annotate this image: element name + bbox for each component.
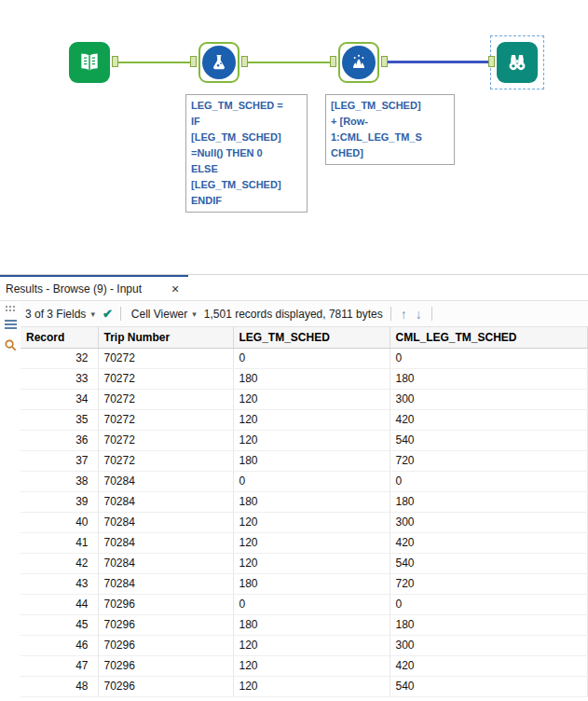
magnifier-icon[interactable] — [4, 338, 18, 352]
table-row[interactable]: 43 70284 180 720 — [21, 573, 588, 594]
cml-leg-tm-sched-cell[interactable]: 180 — [390, 491, 588, 512]
table-row[interactable]: 38 70284 0 0 — [21, 471, 588, 491]
record-cell[interactable]: 38 — [21, 471, 98, 491]
trip-number-cell[interactable]: 70272 — [98, 430, 233, 450]
cml-leg-tm-sched-cell[interactable]: 0 — [390, 594, 588, 614]
scroll-up-icon[interactable]: ↑ — [399, 307, 409, 322]
formula-annotation[interactable]: LEG_TM_SCHED = IF [LEG_TM_SCHED] =Null()… — [185, 94, 308, 213]
close-icon[interactable]: × — [171, 282, 179, 296]
record-cell[interactable]: 43 — [21, 573, 98, 594]
table-row[interactable]: 42 70284 120 540 — [21, 553, 588, 573]
apply-check-icon[interactable]: ✔ — [103, 307, 113, 321]
cml-leg-tm-sched-cell[interactable]: 420 — [390, 655, 588, 676]
table-view-icon[interactable] — [5, 320, 17, 330]
leg-tm-sched-cell[interactable]: 0 — [233, 348, 390, 368]
browse-tool[interactable] — [497, 42, 538, 83]
cell-viewer-dropdown[interactable]: Cell Viewer ▾ — [129, 306, 199, 323]
input-anchor[interactable] — [190, 56, 197, 67]
record-cell[interactable]: 37 — [21, 450, 98, 471]
record-cell[interactable]: 32 — [21, 348, 98, 368]
table-row[interactable]: 34 70272 120 300 — [21, 389, 588, 409]
cml-leg-tm-sched-cell[interactable]: 720 — [390, 450, 588, 471]
table-row[interactable]: 44 70296 0 0 — [21, 594, 588, 614]
record-cell[interactable]: 35 — [21, 409, 98, 430]
record-cell[interactable]: 44 — [21, 594, 98, 614]
cml-leg-tm-sched-cell[interactable]: 180 — [390, 614, 588, 635]
table-row[interactable]: 33 70272 180 180 — [21, 368, 588, 389]
leg-tm-sched-cell[interactable]: 180 — [233, 573, 390, 594]
multi-row-formula-tool[interactable] — [338, 42, 379, 83]
record-cell[interactable]: 48 — [21, 676, 98, 696]
table-row[interactable]: 36 70272 120 540 — [21, 430, 588, 450]
record-cell[interactable]: 36 — [21, 430, 98, 450]
record-cell[interactable]: 46 — [21, 635, 98, 655]
cml-leg-tm-sched-cell[interactable]: 420 — [390, 532, 588, 553]
trip-number-cell[interactable]: 70272 — [98, 450, 233, 471]
table-row[interactable]: 40 70284 120 300 — [21, 512, 588, 532]
cml-leg-tm-sched-cell[interactable]: 720 — [390, 573, 588, 594]
leg-tm-sched-cell[interactable]: 120 — [233, 635, 390, 655]
trip-number-cell[interactable]: 70284 — [98, 573, 233, 594]
trip-number-cell[interactable]: 70272 — [98, 389, 233, 409]
multi-row-annotation[interactable]: [LEG_TM_SCHED] + [Row- 1:CML_LEG_TM_S CH… — [325, 94, 455, 165]
trip-number-cell[interactable]: 70284 — [98, 471, 233, 491]
trip-number-cell[interactable]: 70284 — [98, 532, 233, 553]
table-row[interactable]: 32 70272 0 0 — [21, 348, 588, 368]
table-row[interactable]: 39 70284 180 180 — [21, 491, 588, 512]
connection-multirow-browse[interactable] — [388, 61, 488, 63]
leg-tm-sched-cell[interactable]: 180 — [233, 614, 390, 635]
formula-tool[interactable] — [198, 42, 239, 83]
drag-handle-icon[interactable] — [5, 305, 16, 311]
leg-tm-sched-cell[interactable]: 120 — [233, 655, 390, 676]
trip-number-cell[interactable]: 70296 — [98, 635, 233, 655]
table-row[interactable]: 45 70296 180 180 — [21, 614, 588, 635]
cml-leg-tm-sched-cell[interactable]: 180 — [390, 368, 588, 389]
table-row[interactable]: 35 70272 120 420 — [21, 409, 588, 430]
cml-leg-tm-sched-cell[interactable]: 540 — [390, 676, 588, 696]
table-row[interactable]: 37 70272 180 720 — [21, 450, 588, 471]
trip-number-cell[interactable]: 70272 — [98, 348, 233, 368]
record-cell[interactable]: 34 — [21, 389, 98, 409]
record-cell[interactable]: 40 — [21, 512, 98, 532]
connection-formula-multirow[interactable] — [248, 62, 330, 63]
input-anchor[interactable] — [488, 56, 495, 67]
output-anchor[interactable] — [241, 56, 248, 67]
cml-leg-tm-sched-cell[interactable]: 300 — [390, 512, 588, 532]
column-header-cml-leg-tm-sched[interactable]: CML_LEG_TM_SCHED — [390, 327, 588, 348]
leg-tm-sched-cell[interactable]: 120 — [233, 389, 390, 409]
trip-number-cell[interactable]: 70272 — [98, 368, 233, 389]
results-tab[interactable]: Results - Browse (9) - Input × — [0, 275, 188, 300]
cml-leg-tm-sched-cell[interactable]: 540 — [390, 553, 588, 573]
table-row[interactable]: 41 70284 120 420 — [21, 532, 588, 553]
connection-input-formula[interactable] — [118, 62, 190, 63]
leg-tm-sched-cell[interactable]: 0 — [233, 471, 390, 491]
table-row[interactable]: 46 70296 120 300 — [21, 635, 588, 655]
leg-tm-sched-cell[interactable]: 120 — [233, 430, 390, 450]
record-cell[interactable]: 45 — [21, 614, 98, 635]
column-header-leg-tm-sched[interactable]: LEG_TM_SCHED — [233, 327, 390, 348]
cml-leg-tm-sched-cell[interactable]: 540 — [390, 430, 588, 450]
trip-number-cell[interactable]: 70296 — [98, 676, 233, 696]
trip-number-cell[interactable]: 70284 — [98, 553, 233, 573]
leg-tm-sched-cell[interactable]: 120 — [233, 512, 390, 532]
leg-tm-sched-cell[interactable]: 120 — [233, 409, 390, 430]
leg-tm-sched-cell[interactable]: 180 — [233, 450, 390, 471]
column-header-record[interactable]: Record — [21, 327, 98, 348]
leg-tm-sched-cell[interactable]: 180 — [233, 491, 390, 512]
record-cell[interactable]: 42 — [21, 553, 98, 573]
record-cell[interactable]: 47 — [21, 655, 98, 676]
output-anchor[interactable] — [381, 56, 388, 67]
leg-tm-sched-cell[interactable]: 120 — [233, 532, 390, 553]
leg-tm-sched-cell[interactable]: 120 — [233, 676, 390, 696]
input-data-tool[interactable] — [69, 42, 110, 83]
trip-number-cell[interactable]: 70284 — [98, 512, 233, 532]
fields-dropdown[interactable]: 3 of 3 Fields ▾ — [22, 306, 98, 323]
trip-number-cell[interactable]: 70296 — [98, 655, 233, 676]
results-table-wrap[interactable]: Record Trip Number LEG_TM_SCHED CML_LEG_… — [21, 327, 588, 701]
leg-tm-sched-cell[interactable]: 120 — [233, 553, 390, 573]
leg-tm-sched-cell[interactable]: 0 — [233, 594, 390, 614]
cml-leg-tm-sched-cell[interactable]: 0 — [390, 348, 588, 368]
table-row[interactable]: 48 70296 120 540 — [21, 676, 588, 696]
trip-number-cell[interactable]: 70296 — [98, 594, 233, 614]
table-row[interactable]: 47 70296 120 420 — [21, 655, 588, 676]
